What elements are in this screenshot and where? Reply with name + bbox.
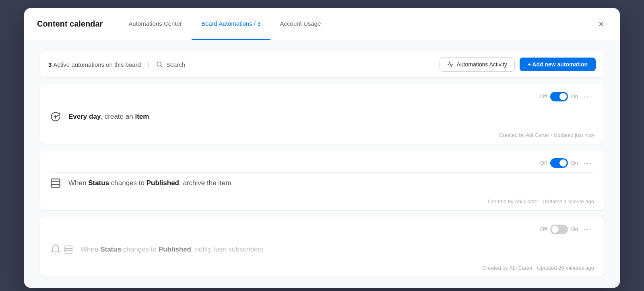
toolbar-right: Automations Activity + Add new automatio…: [440, 57, 596, 72]
toolbar-divider: |: [147, 60, 149, 69]
automation-card-2: Off On ···: [40, 150, 604, 210]
on-label-3: On: [571, 226, 578, 232]
automations-activity-button[interactable]: Automations Activity: [440, 57, 515, 72]
modal-body: 3 Active automations on this board | Sea…: [24, 40, 620, 288]
search-button[interactable]: Search: [156, 61, 186, 68]
automation-card-3: Off On ···: [40, 217, 604, 277]
off-label-1: Off: [540, 93, 547, 99]
tab-board-automations[interactable]: Board Automations / 3: [192, 8, 270, 40]
card-2-toggle-row: Off On: [540, 158, 578, 168]
close-button[interactable]: ×: [595, 16, 607, 33]
automation-2-text: When Status changes to Published, archiv…: [68, 178, 231, 188]
on-label-2: On: [571, 160, 578, 166]
automation-card-1: Off On ···: [40, 84, 604, 144]
off-label-3: Off: [540, 226, 547, 232]
svg-rect-7: [65, 246, 72, 253]
toggle-2[interactable]: [550, 158, 568, 168]
count-number: 3: [48, 61, 52, 68]
card-2-icon: [50, 177, 61, 189]
bell-icon: [50, 244, 61, 255]
card-3-toggle-row: Off On: [540, 225, 578, 234]
active-text: Active automations on this board: [53, 61, 141, 68]
list-icon: [50, 177, 61, 189]
refresh-plus-icon: [50, 111, 61, 122]
more-button-2[interactable]: ···: [581, 157, 594, 169]
search-icon: [156, 61, 163, 68]
automation-1-text: Every day, create an item: [68, 112, 149, 122]
card-3-footer: Created by Abi Carter · Updated 20 minut…: [50, 262, 594, 277]
add-automation-button[interactable]: + Add new automation: [520, 58, 596, 71]
modal-title: Content calendar: [37, 19, 103, 29]
card-2-footer: Created by Abi Carter · Updated 1 minute…: [50, 195, 594, 210]
card-1-toggle-row: Off On: [540, 92, 578, 101]
toggle-1-thumb: [559, 93, 567, 100]
card-3-main: When Status changes to Published, notify…: [50, 239, 594, 262]
card-3-icon: [50, 244, 73, 255]
activity-btn-label: Automations Activity: [457, 61, 507, 68]
on-label-1: On: [571, 93, 578, 99]
active-count-text: 3 Active automations on this board: [48, 61, 141, 68]
toggle-1[interactable]: [550, 92, 568, 101]
card-3-top: Off On ···: [50, 217, 594, 239]
tabs-container: Automations Center Board Automations / 3…: [119, 8, 595, 40]
activity-icon: [447, 61, 454, 68]
card-1-top: Off On ···: [50, 84, 594, 106]
card-1-main: Every day, create an item: [50, 106, 594, 129]
off-label-2: Off: [540, 160, 547, 166]
tab-account-usage[interactable]: Account Usage: [270, 8, 331, 40]
toggle-2-thumb: [559, 159, 567, 167]
modal-header: Content calendar Automations Center Boar…: [24, 8, 620, 40]
more-button-3[interactable]: ···: [581, 223, 594, 235]
card-1-footer: Created by Abi Carter · Updated just now: [50, 129, 594, 144]
automations-modal: Content calendar Automations Center Boar…: [24, 8, 620, 288]
svg-line-1: [161, 66, 162, 67]
toolbar: 3 Active automations on this board | Sea…: [40, 52, 604, 77]
card-2-top: Off On ···: [50, 150, 594, 172]
add-btn-label: + Add new automation: [528, 61, 588, 68]
toggle-3-thumb: [551, 226, 559, 233]
automation-3-text: When Status changes to Published, notify…: [80, 245, 263, 254]
tab-automations-center[interactable]: Automations Center: [119, 8, 192, 40]
list-small-icon: [64, 245, 73, 254]
card-1-icon: [50, 111, 61, 122]
svg-point-0: [157, 62, 161, 66]
svg-rect-4: [52, 179, 60, 188]
search-label: Search: [166, 61, 186, 68]
more-button-1[interactable]: ···: [581, 90, 594, 103]
toggle-3[interactable]: [550, 225, 568, 234]
card-2-main: When Status changes to Published, archiv…: [50, 173, 594, 195]
